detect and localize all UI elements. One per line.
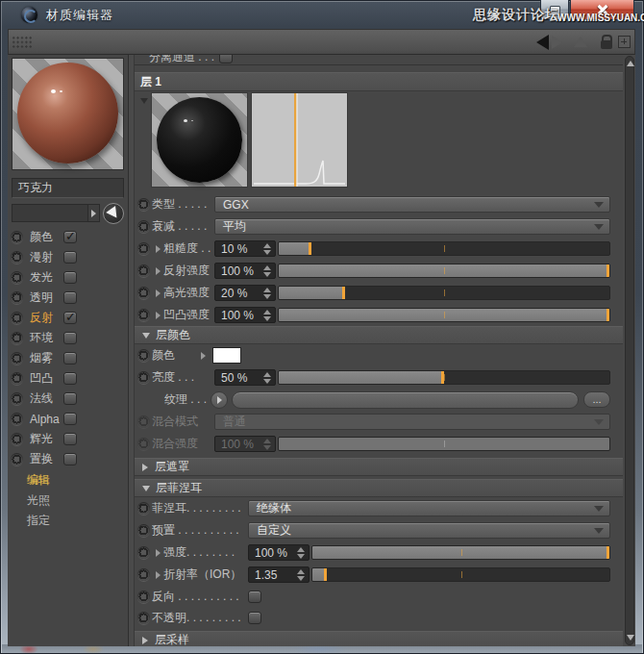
sidebar-channel-normal[interactable]: 法线 [8, 389, 128, 409]
shader-arrow-button[interactable] [87, 204, 100, 222]
inverted-checkbox[interactable] [248, 591, 261, 603]
param-radio-icon[interactable] [137, 198, 150, 211]
channel-checkbox[interactable] [63, 433, 77, 445]
sidebar-channel-environment[interactable]: 环境 [8, 328, 128, 348]
brightness-spinner[interactable]: 50 % [214, 369, 276, 386]
scrollbar-thumb[interactable] [625, 56, 634, 645]
sidebar-channel-reflectance[interactable]: 反射 [8, 308, 128, 328]
expand-arrow-icon[interactable] [152, 245, 163, 253]
new-window-plus-icon[interactable] [618, 36, 631, 48]
channel-checkbox[interactable] [63, 453, 77, 465]
expand-arrow-icon[interactable] [152, 267, 163, 275]
back-arrow-icon[interactable] [536, 35, 549, 50]
layer-mask-header[interactable]: 层遮罩 [135, 458, 623, 476]
pick-material-button[interactable] [103, 203, 124, 224]
type-dropdown[interactable]: GGX [214, 196, 610, 213]
channel-radio-icon[interactable] [11, 392, 23, 405]
tab-assign[interactable]: 指定 [8, 511, 128, 531]
texture-arrow-button[interactable] [211, 391, 228, 409]
param-radio-icon[interactable] [137, 242, 150, 255]
strength-spinner[interactable]: 100 % [248, 544, 310, 561]
param-radio-icon[interactable] [137, 612, 150, 624]
spinner-arrows-icon[interactable] [263, 310, 271, 321]
channel-checkbox[interactable] [63, 413, 77, 425]
shader-dropdown-field[interactable] [12, 204, 87, 222]
channel-radio-icon[interactable] [11, 413, 23, 425]
specular-strength-slider[interactable] [278, 286, 610, 300]
separate-passes-checkbox[interactable] [219, 55, 233, 63]
color-swatch[interactable] [212, 347, 241, 364]
channel-radio-icon[interactable] [11, 312, 23, 324]
layer-preview-sphere-tile[interactable] [151, 92, 248, 188]
reflection-strength-spinner[interactable]: 100 % [214, 263, 276, 279]
layer-color-header[interactable]: 层颜色 [135, 326, 623, 344]
bump-strength-spinner[interactable]: 100 % [214, 307, 276, 323]
channel-radio-icon[interactable] [11, 372, 23, 385]
sidebar-channel-glow[interactable]: 辉光 [8, 429, 128, 449]
expand-arrow-icon[interactable] [197, 352, 209, 360]
channel-checkbox[interactable] [63, 251, 77, 264]
channel-checkbox[interactable] [63, 332, 77, 344]
expand-arrow-icon[interactable] [152, 289, 163, 297]
channel-checkbox[interactable] [63, 352, 77, 365]
scroll-down-icon[interactable] [627, 635, 634, 641]
tab-editor[interactable]: 编辑 [8, 470, 128, 490]
sidebar-channel-luminance[interactable]: 发光 [8, 267, 128, 288]
channel-radio-icon[interactable] [11, 231, 23, 243]
param-radio-icon[interactable] [137, 546, 150, 559]
channel-checkbox[interactable] [63, 312, 77, 324]
specular-strength-spinner[interactable]: 20 % [214, 285, 276, 301]
material-preview[interactable] [12, 58, 124, 170]
lock-icon[interactable] [601, 40, 612, 49]
param-radio-icon[interactable] [137, 591, 150, 603]
layer-sampling-header[interactable]: 层采样 [135, 631, 623, 646]
roughness-slider[interactable] [278, 241, 610, 256]
param-radio-icon[interactable] [137, 502, 150, 515]
material-name-field[interactable]: 巧克力 [12, 178, 124, 198]
expand-arrow-icon[interactable] [152, 571, 163, 579]
brightness-slider[interactable] [278, 370, 610, 385]
sidebar-channel-alpha[interactable]: Alpha [8, 409, 128, 429]
collapse-arrow-icon[interactable] [140, 98, 148, 104]
channel-checkbox[interactable] [63, 392, 77, 405]
channel-radio-icon[interactable] [11, 352, 23, 365]
fresnel-dropdown[interactable]: 绝缘体 [248, 500, 610, 516]
forward-arrow-icon[interactable] [552, 36, 562, 49]
opaque-checkbox[interactable] [248, 612, 261, 624]
param-radio-icon[interactable] [137, 264, 150, 277]
param-radio-icon[interactable] [137, 287, 150, 299]
preset-dropdown[interactable]: 自定义 [248, 522, 610, 539]
sidebar-channel-color[interactable]: 颜色 [8, 227, 128, 247]
spinner-arrows-icon[interactable] [263, 243, 271, 255]
param-radio-icon[interactable] [137, 309, 150, 321]
attenuation-dropdown[interactable]: 平均 [214, 218, 610, 235]
sidebar-channel-transparency[interactable]: 透明 [8, 288, 128, 308]
up-arrow-icon[interactable] [574, 37, 587, 47]
channel-radio-icon[interactable] [11, 271, 23, 284]
spinner-arrows-icon[interactable] [263, 288, 271, 299]
channel-radio-icon[interactable] [11, 332, 23, 344]
layer-fresnel-header[interactable]: 层菲涅耳 [135, 479, 623, 497]
sidebar-splitter[interactable] [128, 55, 135, 646]
ior-spinner[interactable]: 1.35 [248, 566, 310, 583]
bump-strength-slider[interactable] [278, 308, 610, 322]
channel-checkbox[interactable] [63, 372, 77, 385]
param-radio-icon[interactable] [137, 220, 150, 233]
spinner-arrows-icon[interactable] [263, 372, 271, 384]
grip-dots-icon[interactable] [12, 36, 33, 49]
layer1-header[interactable]: 层 1 [135, 72, 623, 91]
channel-checkbox[interactable] [63, 231, 77, 243]
sidebar-channel-displacement[interactable]: 置换 [8, 449, 128, 469]
param-radio-icon[interactable] [137, 349, 150, 362]
spinner-arrows-icon[interactable] [297, 547, 305, 559]
reflection-strength-slider[interactable] [278, 264, 610, 278]
param-radio-icon[interactable] [137, 524, 150, 537]
channel-radio-icon[interactable] [11, 291, 23, 304]
strength-slider[interactable] [311, 545, 610, 560]
sidebar-channel-diffusion[interactable]: 漫射 [8, 247, 128, 267]
expand-arrow-icon[interactable] [152, 549, 163, 557]
spinner-arrows-icon[interactable] [297, 569, 305, 581]
texture-field[interactable] [232, 391, 579, 409]
param-radio-icon[interactable] [137, 371, 150, 384]
scroll-up-icon[interactable] [627, 61, 634, 66]
